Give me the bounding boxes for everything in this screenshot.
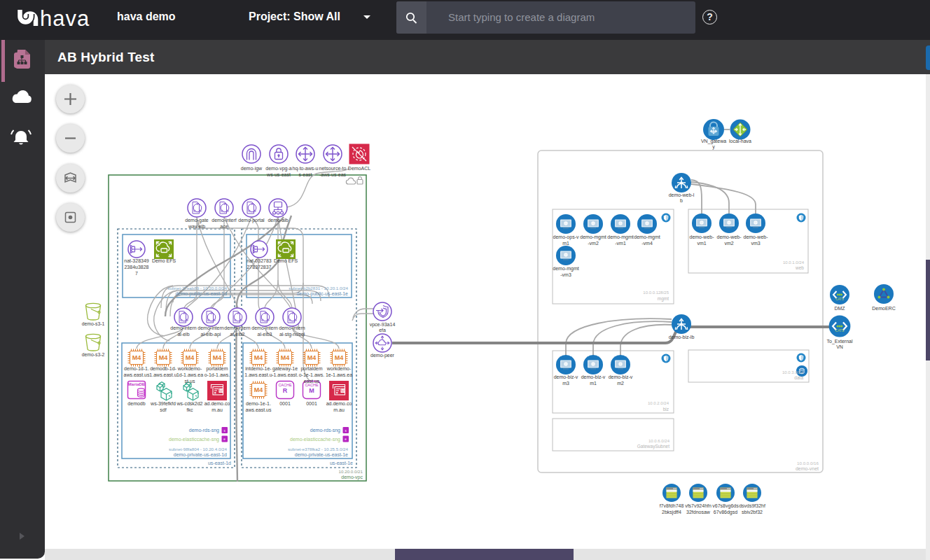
svg-text:0001: 0001 [306, 401, 317, 406]
svg-text:2bksjdff4: 2bksjdff4 [662, 510, 681, 515]
svg-text:o-1e-1.aws.: o-1e-1.aws. [299, 372, 325, 377]
svg-text:demo-intern: demo-intern [251, 326, 277, 330]
svg-text:m.au: m.au [211, 407, 223, 412]
svg-text:demo-portal: demo-portal [238, 218, 265, 223]
svg-text:web: web [795, 265, 804, 270]
svg-text:1.aws.east.u: 1.aws.east.u [244, 372, 272, 377]
svg-text:10.0.0.0/16: 10.0.0.0/16 [797, 461, 819, 465]
svg-text:ad.demo.co: ad.demo.co [326, 401, 352, 406]
svg-text:-vm3: -vm3 [560, 272, 571, 277]
svg-text:0001: 0001 [279, 401, 291, 406]
svg-text:dsvds9f32hf: dsvds9f32hf [739, 503, 765, 508]
svg-text:intdemo-1e-: intdemo-1e- [245, 366, 272, 371]
svg-text:32fdnosaw: 32fdnosaw [686, 510, 711, 514]
svg-text:demo-biz-v: demo-biz-v [581, 374, 606, 379]
svg-text:al-elb3: al-elb3 [257, 332, 272, 337]
svg-text:67v86dgsd: 67v86dgsd [714, 510, 737, 515]
svg-text:data: data [794, 375, 803, 380]
svg-text:demo-mgmt: demo-mgmt [607, 234, 633, 240]
svg-text:demo-mgmt: demo-mgmt [553, 266, 578, 272]
svg-text:us-east-1d: us-east-1d [208, 461, 231, 465]
svg-text:st.us: st.us [185, 379, 195, 384]
svg-text:demo-web-: demo-web- [689, 234, 714, 239]
svg-text:subnet-e378fka2 - 10.25.5.0/24: subnet-e378fka2 - 10.25.5.0/24 [288, 447, 349, 451]
svg-text:demo-biz-v: demo-biz-v [554, 374, 578, 379]
svg-text:portaldem: portaldem [300, 366, 322, 372]
svg-text:10.0.2.0/24: 10.0.2.0/24 [648, 401, 669, 405]
svg-text:demo-web-l: demo-web-l [669, 192, 695, 197]
svg-text:o-1d-1.aws.: o-1d-1.aws. [204, 372, 230, 377]
svg-text:DemoERC: DemoERC [872, 306, 895, 311]
svg-text:us-east-1e: us-east-1e [330, 461, 353, 465]
svg-text:subnet-98fa804 - 10.20.4.0/24: subnet-98fa804 - 10.20.4.0/24 [169, 447, 227, 451]
svg-text:demo-s3-1: demo-s3-1 [82, 321, 105, 326]
svg-text:DMZ: DMZ [834, 306, 845, 311]
svg-text:al-elb: al-elb [177, 332, 189, 337]
svg-text:demo-public-us-east-1d: demo-public-us-east-1d [175, 291, 227, 297]
svg-text:demo-intern: demo-intern [197, 326, 223, 330]
svg-text:ace: ace [220, 224, 228, 229]
svg-text:demo-vnet: demo-vnet [796, 466, 819, 471]
svg-text:2384u3828: 2384u3828 [124, 265, 148, 270]
svg-text:biz: biz [663, 407, 669, 412]
svg-text:aws.east.us: aws.east.us [246, 407, 272, 412]
svg-text:-aws-us-eas: -aws-us-eas [319, 172, 347, 177]
svg-text:efa: efa [379, 328, 386, 332]
svg-text:aws.east.us: aws.east.us [124, 372, 150, 377]
svg-text:10.20.0.0/21: 10.20.0.0/21 [339, 469, 363, 474]
svg-text:10.0.0.128/25: 10.0.0.128/25 [643, 290, 669, 295]
svg-text:al-elb-api: al-elb-api [201, 332, 221, 337]
svg-text:demo-interf: demo-interf [211, 218, 236, 223]
svg-text:demo-vpc: demo-vpc [341, 475, 363, 480]
svg-text:vm2: vm2 [724, 241, 733, 246]
svg-text:demo-rds-sng: demo-rds-sng [189, 428, 219, 433]
svg-text:demo-elasticcache-sng: demo-elasticcache-sng [290, 437, 340, 442]
svg-text:10.0.1.0/24: 10.0.1.0/24 [783, 260, 805, 265]
svg-text:workdemo-: workdemo- [326, 366, 352, 371]
svg-text:Demo EFS: Demo EFS [152, 258, 176, 263]
svg-text:demo-web-: demo-web- [743, 234, 768, 239]
svg-text:hq-to-aws-u: hq-to-aws-u [293, 166, 319, 172]
svg-text:workdemo-: workdemo- [177, 366, 202, 371]
svg-text:1.aws.east.u: 1.aws.east.u [149, 372, 176, 377]
svg-text:demo-elasticcache-sng: demo-elasticcache-sng [169, 437, 219, 442]
svg-text:ws-us-east: ws-us-east [266, 172, 291, 177]
svg-text:y: y [712, 144, 715, 150]
svg-text:-vm2: -vm2 [588, 241, 599, 246]
svg-text:demo-ops-v: demo-ops-v [553, 234, 579, 240]
svg-text:f7v8fdh748: f7v8fdh748 [660, 503, 684, 508]
svg-text:m1: m1 [562, 241, 569, 246]
svg-text:demo-private-us-east-1e: demo-private-us-east-1e [295, 452, 348, 458]
svg-text:ws-cdsk2d2: ws-cdsk2d2 [176, 401, 203, 406]
svg-text:demo-vpg-a: demo-vpg-a [265, 166, 291, 172]
svg-text:demo-1e-1.: demo-1e-1. [246, 401, 271, 406]
svg-text:v67s8vg6ds: v67s8vg6ds [712, 503, 739, 509]
svg-text:R: R [283, 387, 288, 394]
svg-text:demo-igw: demo-igw [241, 166, 263, 172]
svg-text:al-stg-nosql: al-stg-nosql [279, 332, 305, 337]
svg-text:demo-biz-v: demo-biz-v [609, 374, 633, 379]
svg-text:nat-032783: nat-032783 [247, 258, 272, 263]
svg-text:subnet-27eab89 - 10.20.0.0/24: subnet-27eab89 - 10.20.0.0/24 [167, 286, 227, 290]
svg-text:demo-intern: demo-intern [170, 326, 196, 330]
svg-text:Demo EFS: Demo EFS [274, 258, 298, 263]
svg-text:demo-intern: demo-intern [279, 326, 305, 330]
svg-text:demo-web-: demo-web- [716, 234, 742, 239]
svg-text:demo-mgmt: demo-mgmt [580, 234, 606, 240]
svg-text:vfs7v924hfn: vfs7v924hfn [685, 503, 712, 508]
svg-text:sbiv2bf32: sbiv2bf32 [742, 510, 763, 514]
svg-text:10.0.3.0/24: 10.0.3.0/24 [782, 370, 804, 374]
svg-text:demo-rds-sng: demo-rds-sng [310, 428, 340, 433]
svg-text:demodb: demodb [127, 401, 145, 406]
svg-text:To_External: To_External [827, 339, 853, 344]
svg-text:demodb-1d-: demodb-1d- [150, 366, 176, 371]
svg-text:b: b [680, 198, 683, 203]
svg-text:m3: m3 [562, 381, 569, 386]
svg-text:mgmt: mgmt [658, 296, 669, 302]
svg-text:nat-328349: nat-328349 [124, 258, 149, 263]
svg-text:ad.demo.co: ad.demo.co [204, 401, 230, 406]
svg-text:vm1: vm1 [697, 241, 706, 246]
svg-text:demo-public-us-east-1e: demo-public-us-east-1e [296, 291, 348, 297]
svg-text:demo-1d-1.: demo-1d-1. [124, 366, 149, 371]
svg-text:demo-intern: demo-intern [224, 326, 250, 330]
